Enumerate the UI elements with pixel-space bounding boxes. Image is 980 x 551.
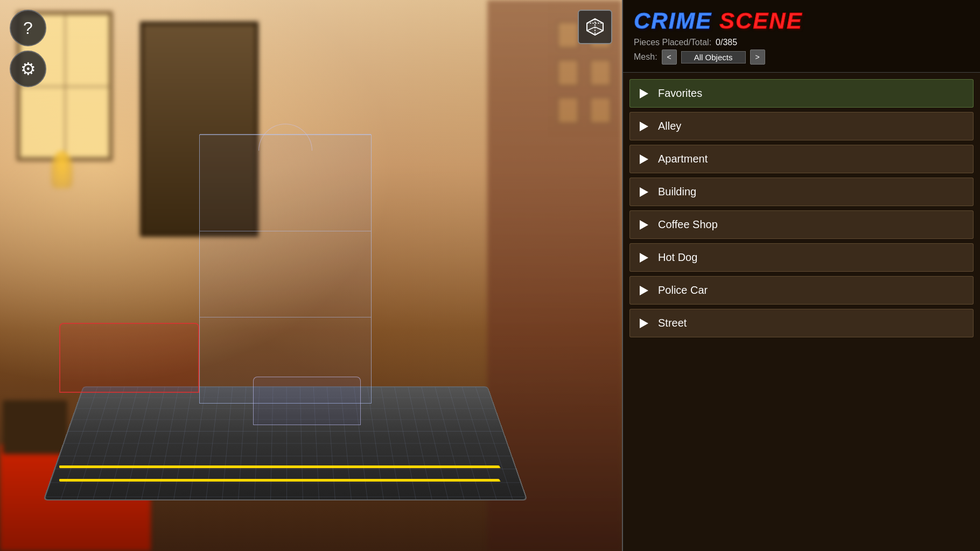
- settings-button[interactable]: ⚙: [10, 51, 46, 87]
- title-word-scene: SCENE: [719, 8, 803, 33]
- play-icon: [640, 89, 648, 98]
- category-label: Apartment: [658, 153, 708, 165]
- category-list: FavoritesAlleyApartmentBuildingCoffee Sh…: [623, 73, 980, 344]
- wireframe-umbrella: [258, 124, 312, 151]
- mesh-next-button[interactable]: >: [750, 50, 765, 65]
- title-word-crime: CRIME: [634, 8, 712, 33]
- building-window: [590, 97, 611, 124]
- building-window: [557, 22, 579, 48]
- category-label: Coffee Shop: [658, 218, 718, 231]
- panel-header: CRIME SCENE Pieces Placed/Total: 0/385 M…: [623, 0, 980, 73]
- play-icon: [640, 220, 648, 230]
- mesh-prev-button[interactable]: <: [662, 50, 677, 65]
- mesh-label: Mesh:: [634, 52, 657, 62]
- category-item-hot-dog[interactable]: Hot Dog: [629, 243, 974, 272]
- mesh-control: Mesh: < All Objects >: [634, 50, 969, 65]
- 3d-view-button[interactable]: [578, 10, 612, 44]
- road-line-2: [59, 479, 501, 482]
- panel-stats: Pieces Placed/Total: 0/385 Mesh: < All O…: [634, 38, 969, 65]
- pieces-stat: Pieces Placed/Total: 0/385: [634, 38, 969, 47]
- play-icon: [640, 286, 648, 295]
- play-icon: [640, 154, 648, 164]
- wireframe-car: [253, 377, 361, 425]
- category-item-coffee-shop[interactable]: Coffee Shop: [629, 210, 974, 239]
- category-label: Favorites: [658, 87, 702, 100]
- play-icon: [640, 319, 648, 328]
- mesh-value: All Objects: [681, 51, 746, 63]
- category-label: Police Car: [658, 284, 708, 296]
- pieces-label: Pieces Placed/Total:: [634, 38, 711, 47]
- help-button[interactable]: ?: [10, 10, 46, 46]
- 3d-model-area[interactable]: [27, 108, 555, 511]
- category-item-alley[interactable]: Alley: [629, 112, 974, 140]
- pieces-value: 0/385: [716, 38, 737, 47]
- category-label: Alley: [658, 120, 681, 132]
- right-panel: CRIME SCENE Pieces Placed/Total: 0/385 M…: [622, 0, 980, 551]
- category-item-building[interactable]: Building: [629, 178, 974, 206]
- category-item-street[interactable]: Street: [629, 309, 974, 337]
- play-icon: [640, 122, 648, 131]
- building-floor-2: [200, 231, 371, 317]
- play-icon: [640, 253, 648, 263]
- category-label: Building: [658, 186, 696, 198]
- road-line-1: [59, 465, 501, 468]
- wireframe-truck: [59, 323, 199, 393]
- game-viewport: ? ⚙: [0, 0, 622, 551]
- category-item-favorites[interactable]: Favorites: [629, 79, 974, 108]
- app-title: CRIME SCENE: [634, 10, 969, 32]
- category-label: Street: [658, 317, 687, 329]
- building-window: [590, 59, 611, 86]
- play-icon: [640, 187, 648, 197]
- top-buttons: ? ⚙: [0, 0, 56, 97]
- building-window: [557, 59, 579, 86]
- building-window: [557, 97, 579, 124]
- category-item-apartment[interactable]: Apartment: [629, 145, 974, 173]
- wireframe-building: [199, 135, 372, 404]
- category-label: Hot Dog: [658, 251, 697, 264]
- category-item-police-car[interactable]: Police Car: [629, 276, 974, 305]
